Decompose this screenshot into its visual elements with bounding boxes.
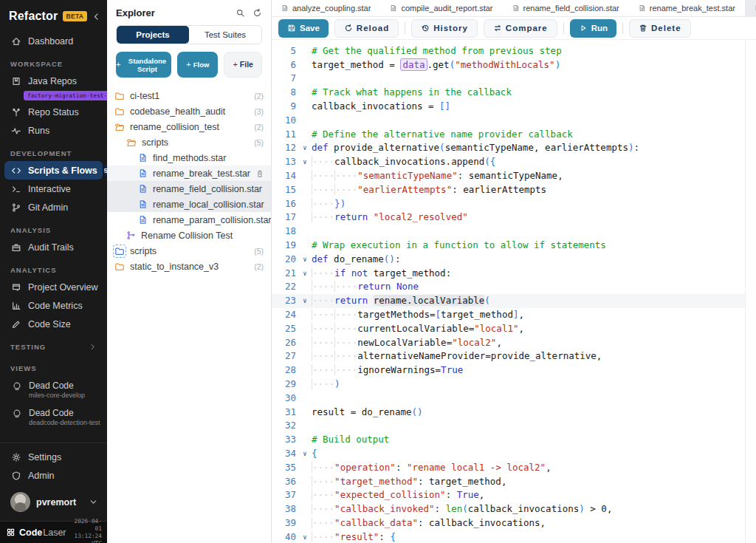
code-line-35[interactable]: 35····"operation": "rename local1 -> loc… — [272, 461, 756, 475]
sidebar-item-dead-code[interactable]: Dead Codedeadcode-detection-test — [0, 403, 107, 431]
line-number: 30 — [272, 392, 298, 406]
tree-item-static-to-instance-v3[interactable]: static_to_instance_v3(2) — [107, 259, 271, 274]
sidebar-item-interactive[interactable]: Interactive — [0, 180, 107, 198]
code-line-15[interactable]: 15········"earlierAttempts": earlierAtte… — [272, 183, 756, 197]
editor-scrollbar[interactable] — [745, 40, 756, 543]
code-line-40[interactable]: 40∨····"result": { — [272, 530, 756, 543]
code-line-17[interactable]: 17····return "local2_resolved" — [272, 211, 756, 225]
code-line-22[interactable]: 22········return None — [272, 280, 756, 294]
run-button[interactable]: Run — [570, 19, 616, 38]
sidebar-item-audit-trails[interactable]: Audit Trails — [0, 238, 107, 256]
code-line-9[interactable]: 9callback_invocations = [] — [272, 100, 756, 114]
sidebar-item-code-metrics[interactable]: Code Metrics — [0, 296, 107, 315]
sidebar-item-runs[interactable]: Runs — [0, 121, 107, 140]
new-standalone-script-button[interactable]: +Standalone Script — [116, 52, 171, 78]
clipboard-icon[interactable] — [255, 169, 264, 178]
sidebar-item-git-admin[interactable]: Git Admin — [0, 198, 107, 216]
code-line-19[interactable]: 19# Wrap execution in a function to allo… — [272, 239, 756, 253]
section-label-testing[interactable]: TESTING — [0, 333, 107, 355]
sidebar: Refactor BETA DashboardWORKSPACEJava Rep… — [0, 0, 107, 543]
section-label-views: VIEWS — [0, 355, 107, 376]
sidebar-item-admin[interactable]: Admin — [0, 466, 107, 485]
refresh-icon[interactable] — [252, 8, 262, 18]
tree-item-rename-collision-test[interactable]: Rename Collision Test — [107, 228, 271, 243]
sidebar-item-dead-code[interactable]: Dead Codemiles-core-develop — [0, 376, 107, 403]
code-line-20[interactable]: 20∨def do_rename(): — [272, 253, 756, 267]
code-line-34[interactable]: 34∨{ — [272, 447, 756, 461]
editor-tab-rename_local_collision-star[interactable]: rename_local_collision.star — [745, 0, 756, 16]
explorer-tab-test-suites[interactable]: Test Suites — [189, 26, 261, 44]
folder-open-icon — [126, 137, 137, 148]
fold-chevron-icon[interactable]: ∨ — [298, 294, 312, 308]
editor-tab-compile_audit_report-star[interactable]: compile_audit_report.star — [380, 0, 502, 16]
tree-item-codebase-health-audit[interactable]: codebase_health_audit(3) — [107, 103, 271, 119]
code-line-25[interactable]: 25········currentLocalVariable="local1", — [272, 322, 756, 336]
code-line-39[interactable]: 39····"callback_data": callback_invocati… — [272, 516, 756, 530]
collapse-sidebar-icon[interactable] — [92, 12, 101, 21]
history-button[interactable]: History — [411, 19, 478, 38]
save-button[interactable]: Save — [278, 19, 329, 38]
code-line-31[interactable]: 31result = do_rename() — [272, 406, 756, 420]
code-line-7[interactable]: 7 — [272, 72, 756, 86]
new-file-button[interactable]: +File — [224, 52, 262, 78]
editor-tab-rename_break_test-star[interactable]: rename_break_test.star — [629, 0, 745, 16]
fold-chevron-icon[interactable]: ∨ — [298, 447, 312, 461]
code-line-10[interactable]: 10 — [272, 114, 756, 128]
code-editor[interactable]: 45# Get the qualified method from previo… — [272, 40, 756, 543]
fold-chevron-icon[interactable]: ∨ — [298, 253, 312, 267]
fold-chevron-icon[interactable]: ∨ — [298, 141, 312, 155]
editor-tab-rename_field_collision-star[interactable]: rename_field_collision.star — [503, 0, 629, 16]
compare-button[interactable]: Compare — [484, 19, 557, 38]
code-line-14[interactable]: 14········"semanticTypeName": semanticTy… — [272, 169, 756, 183]
code-line-11[interactable]: 11# Define the alternative name provider… — [272, 128, 756, 142]
code-line-23[interactable]: 23∨····return rename.localVariable( — [272, 294, 756, 308]
branch-badge[interactable]: factory-migration-test--main — [24, 91, 107, 100]
code-line-38[interactable]: 38····"callback_invoked": len(callback_i… — [272, 502, 756, 516]
reload-button[interactable]: Reload — [334, 19, 399, 38]
sidebar-item-scripts-flows[interactable]: Scripts & Flows5 — [4, 161, 103, 180]
tree-item-find-methods-star[interactable]: find_methods.star — [107, 150, 271, 165]
code-line-36[interactable]: 36····"target_method": target_method, — [272, 475, 756, 489]
code-line-18[interactable]: 18 — [272, 225, 756, 239]
new-flow-button[interactable]: +Flow — [177, 52, 218, 78]
code-line-37[interactable]: 37····"expected_collision": True, — [272, 488, 756, 502]
code-line-5[interactable]: 5# Get the qualified method from previou… — [272, 44, 756, 58]
code-line-32[interactable]: 32 — [272, 419, 756, 433]
tree-item-rename-local-collision-star[interactable]: rename_local_collision.star — [107, 197, 271, 212]
tree-item-rename-break-test-star[interactable]: rename_break_test.star — [107, 165, 271, 181]
code-line-12[interactable]: 12∨def provide_alternative(semanticTypeN… — [272, 141, 756, 155]
code-line-21[interactable]: 21∨····if not target_method: — [272, 267, 756, 281]
sidebar-item-code-size[interactable]: Code Size — [0, 315, 107, 333]
code-line-28[interactable]: 28········ignoreWarnings=True — [272, 363, 756, 378]
code-line-24[interactable]: 24········targetMethods=[target_method], — [272, 308, 756, 322]
fold-chevron-icon[interactable]: ∨ — [298, 267, 312, 281]
search-icon[interactable] — [236, 8, 245, 18]
tree-item-scripts[interactable]: scripts(5) — [107, 243, 271, 259]
sidebar-item-settings[interactable]: Settings — [0, 448, 107, 466]
tree-item-rename-collision-test[interactable]: rename_collision_test(2) — [107, 119, 271, 134]
tree-item-scripts[interactable]: scripts(5) — [107, 134, 271, 150]
code-line-26[interactable]: 26········newLocalVariable="local2", — [272, 336, 756, 350]
tree-item-rename-param-collision-star[interactable]: rename_param_collision.star — [107, 212, 271, 228]
fold-chevron-icon[interactable]: ∨ — [298, 530, 312, 543]
sidebar-item-project-overview[interactable]: Project Overview — [0, 278, 107, 296]
user-menu[interactable]: pvremort — [0, 485, 107, 521]
code-line-33[interactable]: 33# Build output — [272, 433, 756, 447]
sidebar-item-repo-status[interactable]: Repo Status — [0, 103, 107, 121]
explorer-tab-projects[interactable]: Projects — [117, 26, 189, 44]
editor-tab-analyze_coupling-star[interactable]: analyze_coupling.star — [272, 0, 380, 16]
delete-button[interactable]: Delete — [629, 19, 691, 38]
chevron-right-icon[interactable] — [89, 343, 97, 351]
fold-chevron-icon[interactable]: ∨ — [298, 155, 312, 169]
code-line-13[interactable]: 13∨····callback_invocations.append({ — [272, 155, 756, 169]
code-line-8[interactable]: 8# Track what happens in the callback — [272, 86, 756, 100]
tree-item-rename-field-collision-star[interactable]: rename_field_collision.star — [107, 181, 271, 197]
code-line-16[interactable]: 16····}) — [272, 197, 756, 211]
code-line-30[interactable]: 30 — [272, 392, 756, 406]
code-line-29[interactable]: 29····) — [272, 378, 756, 392]
code-line-6[interactable]: 6target_method = data.get("methodWithLoc… — [272, 58, 756, 72]
sidebar-item-dashboard[interactable]: Dashboard — [0, 32, 107, 50]
code-line-27[interactable]: 27········alternativeNameProvider=provid… — [272, 349, 756, 363]
tree-item-ci-test1[interactable]: ci-test1(2) — [107, 88, 271, 103]
sidebar-item-java-repos[interactable]: Java Repos — [0, 72, 107, 90]
